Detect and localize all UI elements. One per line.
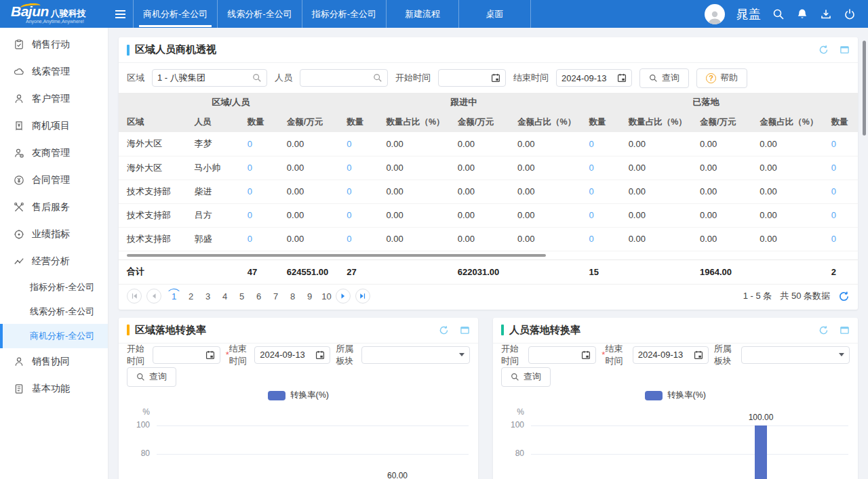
count-link[interactable]: 0	[347, 163, 351, 173]
chart-legend[interactable]: 转换率(%)	[493, 388, 858, 403]
query-button[interactable]: 查询	[127, 367, 176, 387]
count-link[interactable]: 0	[248, 234, 252, 244]
calendar-icon[interactable]	[581, 350, 591, 360]
end-date-field[interactable]	[633, 346, 709, 364]
sidebar-item-lead-management[interactable]: 线索管理	[0, 58, 108, 85]
start-date-field[interactable]	[528, 346, 596, 364]
count-link[interactable]: 0	[347, 234, 351, 244]
menu-toggle-icon[interactable]	[107, 0, 133, 28]
count-link[interactable]: 0	[589, 234, 593, 244]
count-link[interactable]: 0	[589, 210, 593, 220]
search-icon[interactable]	[252, 73, 262, 83]
power-icon[interactable]	[844, 8, 856, 20]
sidebar-item-customer-management[interactable]: 客户管理	[0, 85, 108, 112]
sidebar-item-performance-indicators[interactable]: 业绩指标	[0, 221, 108, 248]
calendar-icon[interactable]	[694, 350, 703, 360]
sidebar-item-partner-management[interactable]: 友商管理	[0, 140, 108, 167]
username[interactable]: 晁盖	[736, 6, 761, 22]
page-scrollbar[interactable]	[863, 41, 866, 136]
sidebar-item-opportunity-projects[interactable]: 商机项目	[0, 112, 108, 140]
block-select-value[interactable]	[747, 350, 836, 360]
end-date-input[interactable]	[638, 350, 691, 360]
sidebar-item-sales-collaboration[interactable]: 销售协同	[0, 348, 108, 375]
refresh-icon[interactable]	[838, 291, 850, 302]
page-button[interactable]: 2	[183, 289, 199, 304]
count-link[interactable]: 0	[831, 186, 836, 196]
conversion-bar[interactable]	[755, 425, 767, 479]
user-avatar[interactable]	[705, 4, 725, 24]
page-button[interactable]: 5	[234, 289, 250, 304]
prev-page-button[interactable]	[146, 289, 161, 304]
query-button[interactable]: 查询	[501, 367, 551, 387]
help-button[interactable]: ? 帮助	[696, 68, 747, 88]
start-date-field[interactable]	[438, 69, 506, 87]
page-button[interactable]: 1	[166, 289, 182, 304]
count-link[interactable]: 0	[831, 234, 836, 244]
sidebar-item-after-sales-service[interactable]: 售后服务	[0, 194, 108, 221]
count-link[interactable]: 0	[831, 139, 836, 149]
end-date-field[interactable]	[556, 69, 632, 87]
block-select[interactable]	[741, 346, 850, 364]
page-button[interactable]: 9	[302, 289, 317, 304]
block-select[interactable]	[361, 346, 470, 364]
count-link[interactable]: 0	[347, 139, 351, 149]
count-link[interactable]: 0	[831, 163, 836, 173]
sidebar-item-contract-management[interactable]: 合同管理	[0, 167, 108, 194]
refresh-icon[interactable]	[818, 325, 829, 335]
last-page-button[interactable]	[355, 289, 370, 304]
tab-new-workflow[interactable]: 新建流程	[386, 0, 458, 28]
search-icon[interactable]	[373, 73, 382, 83]
start-date-input[interactable]	[534, 350, 578, 360]
calendar-icon[interactable]	[617, 73, 627, 83]
sidebar-item-basic-functions[interactable]: 基本功能	[0, 375, 108, 402]
start-date-field[interactable]	[153, 346, 220, 364]
scrollbar-thumb[interactable]	[127, 254, 546, 257]
sidebar-subitem-opportunity-analysis[interactable]: 商机分析-全公司	[0, 324, 108, 348]
count-link[interactable]: 0	[347, 186, 351, 196]
calendar-icon[interactable]	[205, 350, 215, 360]
chart-legend[interactable]: 转换率(%)	[119, 388, 478, 403]
page-button[interactable]: 3	[200, 289, 216, 304]
next-page-button[interactable]	[336, 289, 351, 304]
count-link[interactable]: 0	[347, 210, 351, 220]
region-input[interactable]	[157, 73, 250, 83]
start-date-input[interactable]	[158, 350, 203, 360]
count-link[interactable]: 0	[248, 186, 252, 196]
count-link[interactable]: 0	[248, 139, 252, 149]
sidebar-item-business-analysis[interactable]: 经营分析	[0, 248, 108, 275]
count-link[interactable]: 0	[248, 163, 252, 173]
count-link[interactable]: 0	[831, 210, 836, 220]
end-date-input[interactable]	[561, 73, 614, 83]
refresh-icon[interactable]	[439, 325, 449, 335]
sidebar-subitem-indicator-analysis[interactable]: 指标分析-全公司	[0, 275, 108, 299]
page-button[interactable]: 10	[319, 289, 334, 304]
page-button[interactable]: 6	[251, 289, 267, 304]
tab-indicator-analysis[interactable]: 指标分析-全公司	[302, 0, 386, 28]
block-select-value[interactable]	[367, 350, 456, 360]
refresh-icon[interactable]	[818, 45, 829, 55]
calendar-icon[interactable]	[491, 73, 500, 83]
region-search-field[interactable]	[152, 69, 267, 87]
tab-lead-analysis[interactable]: 线索分析-全公司	[217, 0, 301, 28]
app-logo[interactable]: Bajun 八骏科技 Anyone,Anytime,Anywhere!	[0, 0, 107, 28]
tab-desktop[interactable]: 桌面	[458, 0, 531, 28]
sidebar-item-sales-actions[interactable]: 销售行动	[0, 31, 108, 58]
page-button[interactable]: 8	[285, 289, 300, 304]
maximize-icon[interactable]	[460, 325, 470, 335]
count-link[interactable]: 0	[589, 163, 593, 173]
calendar-icon[interactable]	[315, 350, 325, 360]
count-link[interactable]: 0	[248, 210, 252, 220]
count-link[interactable]: 0	[589, 186, 593, 196]
page-button[interactable]: 4	[217, 289, 233, 304]
start-date-input[interactable]	[443, 73, 488, 83]
search-icon[interactable]	[772, 8, 785, 20]
person-search-field[interactable]	[300, 69, 388, 87]
maximize-icon[interactable]	[840, 325, 850, 335]
count-link[interactable]: 0	[589, 139, 593, 149]
first-page-button[interactable]	[127, 289, 142, 304]
end-date-field[interactable]	[254, 346, 330, 364]
sidebar-subitem-lead-analysis[interactable]: 线索分析-全公司	[0, 299, 108, 324]
end-date-input[interactable]	[260, 350, 313, 360]
page-button[interactable]: 7	[268, 289, 283, 304]
person-input[interactable]	[305, 73, 370, 83]
